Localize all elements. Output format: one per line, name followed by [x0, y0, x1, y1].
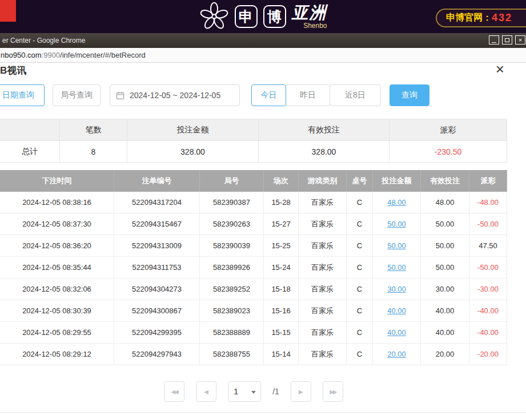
round-id: 582389252: [200, 278, 264, 300]
payout: -48.00: [469, 192, 507, 213]
column-header: 派彩: [469, 170, 507, 192]
round-id: 582390263: [200, 213, 264, 235]
window-close-button[interactable]: ×: [515, 35, 525, 45]
column-header: 下注时间: [0, 170, 114, 192]
bet-amount[interactable]: 50.00: [373, 257, 421, 278]
round-id: 582388889: [200, 322, 264, 344]
bet-amount-link[interactable]: 50.00: [387, 263, 406, 272]
date-range-input[interactable]: 2024-12-05 ~ 2024-12-05: [110, 84, 240, 106]
session: 15-18: [264, 278, 299, 300]
order-id: 522094311753: [114, 257, 200, 278]
summary-valid-bet-value: 328.00: [259, 141, 390, 163]
table-row: 2024-12-05 08:37:30522094315467582390263…: [0, 213, 507, 235]
game-type: 百家乐: [299, 322, 347, 344]
yesterday-button[interactable]: 昨日: [286, 84, 330, 106]
logo-subtitle: Shenbo: [303, 22, 327, 29]
bet-amount[interactable]: 48.00: [373, 192, 421, 213]
session: 15-14: [264, 344, 299, 365]
maximize-button[interactable]: [502, 35, 512, 45]
column-header: 有效投注: [421, 170, 469, 192]
official-site-number: 432: [492, 12, 512, 24]
bet-amount-link[interactable]: 48.00: [387, 198, 406, 207]
calendar-icon: [116, 91, 125, 100]
bet-amount-link[interactable]: 40.00: [387, 306, 406, 315]
column-header: 桌号: [347, 170, 373, 192]
bet-time: 2024-12-05 08:36:20: [0, 235, 114, 257]
prev-page-button[interactable]: ◀: [196, 381, 216, 402]
table-no: C: [347, 213, 373, 235]
summary-bet-amount-value: 328.00: [127, 141, 259, 163]
minimize-button[interactable]: [489, 35, 499, 45]
official-site-pill: 申博官网： 432: [436, 9, 526, 27]
pagination: ◀◀ ◀ 1 /1 ▶ ▶▶: [0, 381, 507, 402]
next-page-button[interactable]: ▶: [291, 381, 311, 402]
red-corner-badge: [0, 0, 16, 22]
bet-amount[interactable]: 40.00: [373, 300, 421, 322]
today-button[interactable]: 今日: [251, 84, 286, 106]
order-id: 522094297943: [114, 344, 200, 365]
session: 15-27: [264, 213, 299, 235]
bet-amount[interactable]: 50.00: [373, 235, 421, 257]
summary-header-count: 笔数: [60, 119, 127, 141]
bet-amount-link[interactable]: 20.00: [387, 350, 406, 358]
summary-count-value: 8: [60, 141, 127, 163]
game-type: 百家乐: [299, 235, 347, 257]
payout: -50.00: [469, 213, 507, 235]
game-type: 百家乐: [299, 300, 347, 322]
last-8-days-button[interactable]: 近8日: [330, 84, 381, 106]
valid-bet: 30.00: [421, 278, 469, 300]
bet-amount[interactable]: 50.00: [373, 213, 421, 235]
payout: -40.00: [469, 300, 507, 322]
column-header: 注单编号: [114, 170, 200, 192]
table-row: 2024-12-05 08:30:39522094300867582389023…: [0, 300, 507, 322]
last-page-button[interactable]: ▶▶: [323, 381, 343, 402]
chevron-down-icon: [251, 391, 256, 394]
summary-header-blank: [0, 119, 60, 141]
close-icon[interactable]: ×: [496, 62, 504, 76]
bet-amount-link[interactable]: 50.00: [387, 220, 406, 228]
search-button[interactable]: 查询: [390, 84, 429, 106]
table-no: C: [347, 322, 373, 344]
date-query-tab[interactable]: 日期查询: [0, 84, 45, 106]
bet-time: 2024-12-05 08:37:30: [0, 213, 114, 235]
bet-amount-link[interactable]: 30.00: [387, 285, 406, 293]
table-no: C: [347, 278, 373, 300]
bet-amount-link[interactable]: 40.00: [387, 328, 406, 337]
bet-amount[interactable]: 40.00: [373, 322, 421, 344]
table-no: C: [347, 300, 373, 322]
bet-amount-link[interactable]: 50.00: [387, 241, 406, 250]
bet-amount[interactable]: 20.00: [373, 344, 421, 365]
valid-bet: 48.00: [421, 192, 469, 213]
order-id: 522094313009: [114, 235, 200, 257]
records-body: 2024-12-05 08:38:16522094317204582390387…: [0, 192, 507, 365]
summary-payout-value: -230.50: [390, 141, 507, 163]
order-id: 522094317204: [114, 192, 200, 213]
page-select[interactable]: 1: [228, 381, 261, 402]
game-type: 百家乐: [299, 257, 347, 278]
column-header: 局号: [200, 170, 264, 192]
page-select-value: 1: [234, 387, 238, 396]
round-query-tab[interactable]: 局号查询: [53, 84, 101, 106]
browser-titlebar: er Center - Google Chrome ×: [0, 33, 526, 48]
screen: 申 博 亚洲 Shenbo 申博官网： 432 er Center - Goog…: [0, 0, 526, 420]
table-row: 2024-12-05 08:38:16522094317204582390387…: [0, 192, 507, 213]
order-id: 522094315467: [114, 213, 200, 235]
column-header: 场次: [264, 170, 299, 192]
session: 15-24: [264, 257, 299, 278]
logo-region-wrap: 亚洲 Shenbo: [292, 5, 327, 29]
url-path: /infe/mcenter/#/betRecord: [60, 51, 146, 59]
valid-bet: 20.00: [421, 344, 469, 365]
next-page-icon: ▶: [299, 389, 303, 395]
payout: -30.00: [469, 278, 507, 300]
game-type: 百家乐: [299, 213, 347, 235]
browser-addressbar[interactable]: nbo950.com:9900/infe/mcenter/#/betRecord: [0, 48, 526, 63]
payout: -40.00: [469, 322, 507, 344]
bet-time: 2024-12-05 08:30:39: [0, 300, 114, 322]
bet-amount[interactable]: 30.00: [373, 278, 421, 300]
url-text[interactable]: nbo950.com:9900/infe/mcenter/#/betRecord: [1, 51, 146, 59]
table-row: 2024-12-05 08:32:06522094304273582389252…: [0, 278, 507, 300]
first-page-button[interactable]: ◀◀: [164, 381, 184, 402]
summary-header-payout: 派彩: [390, 119, 507, 141]
valid-bet: 50.00: [421, 213, 469, 235]
logo-char-bo: 博: [263, 5, 286, 28]
